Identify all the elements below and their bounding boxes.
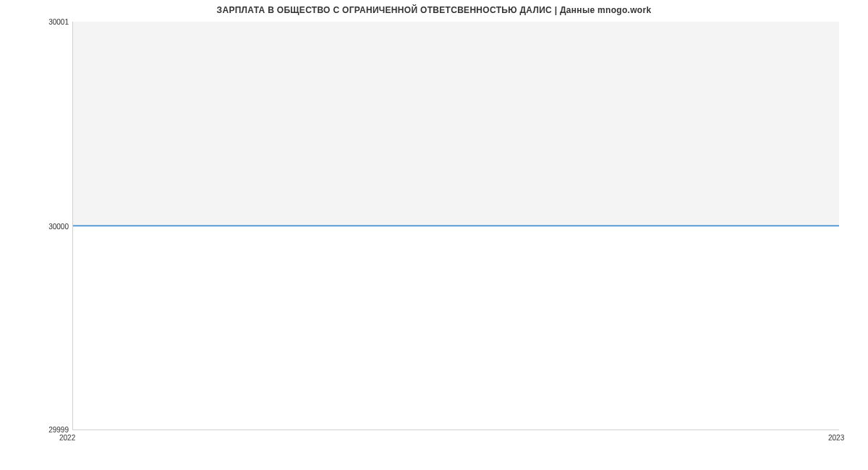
y-axis-tick-label: 30000 — [48, 223, 69, 231]
y-axis-tick-label: 30001 — [48, 18, 69, 26]
chart-title: ЗАРПЛАТА В ОБЩЕСТВО С ОГРАНИЧЕННОЙ ОТВЕТ… — [0, 5, 868, 15]
plot-area — [72, 22, 839, 430]
x-axis-tick-label: 2023 — [828, 434, 844, 442]
chart-container: ЗАРПЛАТА В ОБЩЕСТВО С ОГРАНИЧЕННОЙ ОТВЕТ… — [0, 0, 868, 470]
y-axis-tick-label: 29999 — [48, 426, 69, 434]
data-line — [73, 225, 839, 226]
area-fill — [73, 22, 839, 226]
x-axis-tick-label: 2022 — [59, 434, 75, 442]
